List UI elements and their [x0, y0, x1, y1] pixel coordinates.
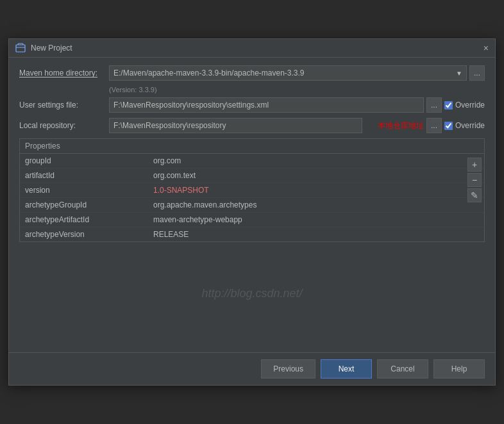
user-settings-input[interactable] [109, 97, 424, 113]
close-button[interactable]: × [483, 44, 489, 53]
local-repo-input[interactable] [109, 118, 362, 133]
prop-value: maven-archetype-webapp [148, 213, 484, 227]
override1-label: Override [455, 101, 485, 110]
override1-wrap: Override [444, 101, 485, 110]
help-button[interactable]: Help [433, 359, 485, 379]
prop-key: archetypeGroupId [20, 198, 148, 212]
prop-key: artifactId [20, 168, 148, 183]
maven-home-browse-button[interactable]: ... [469, 65, 485, 81]
table-row[interactable]: groupId org.com [20, 154, 484, 168]
watermark-text: http://blog.csdn.net/ [201, 287, 302, 300]
user-settings-input-wrapper: ... Override [109, 97, 485, 113]
properties-table: groupId org.com artifactId org.com.text … [20, 154, 484, 241]
maven-home-dropdown[interactable]: E:/Maven/apache-maven-3.3.9-bin/apache-m… [109, 65, 467, 81]
local-repo-browse-button[interactable]: ... [426, 118, 442, 133]
cancel-button[interactable]: Cancel [377, 359, 428, 379]
edit-property-button[interactable]: ✎ [467, 188, 482, 202]
properties-title: Properties [20, 139, 484, 154]
prop-value: org.com [148, 154, 484, 168]
title-bar: New Project × [9, 39, 495, 58]
local-repo-label: Local repository: [19, 121, 109, 130]
remove-property-button[interactable]: − [467, 173, 482, 187]
table-row[interactable]: artifactId org.com.text [20, 168, 484, 183]
local-repo-annotation: 本地仓库地址 [378, 120, 424, 131]
chevron-down-icon: ▼ [456, 70, 462, 77]
table-row[interactable]: archetypeGroupId org.apache.maven.archet… [20, 198, 484, 213]
prop-key: version [20, 183, 148, 197]
version-note: (Version: 3.3.9) [109, 86, 485, 94]
side-actions: + − ✎ [467, 158, 482, 202]
dialog-footer: Previous Next Cancel Help [9, 352, 495, 385]
user-settings-browse-button[interactable]: ... [426, 97, 442, 113]
maven-home-label: Maven home directory: [19, 69, 109, 77]
watermark-area: http://blog.csdn.net/ [19, 242, 485, 345]
prop-value: org.com.text [148, 168, 484, 183]
previous-button[interactable]: Previous [261, 359, 315, 379]
properties-section: Properties groupId org.com artifactId or… [19, 138, 485, 242]
override2-checkbox[interactable] [444, 122, 453, 130]
maven-home-row: Maven home directory: E:/Maven/apache-ma… [19, 65, 485, 81]
window-title: New Project [31, 44, 72, 53]
prop-key: archetypeVersion [20, 227, 148, 241]
override2-label: Override [455, 121, 485, 130]
properties-wrapper: groupId org.com artifactId org.com.text … [20, 154, 484, 241]
table-row[interactable]: version 1.0-SNAPSHOT [20, 183, 484, 198]
new-project-dialog: New Project × Maven home directory: E:/M… [8, 38, 496, 386]
table-row[interactable]: archetypeVersion RELEASE [20, 227, 484, 241]
user-settings-label: User settings file: [19, 101, 109, 110]
prop-key: archetypeArtifactId [20, 213, 148, 227]
maven-home-input-wrapper: E:/Maven/apache-maven-3.3.9-bin/apache-m… [109, 65, 485, 81]
table-row[interactable]: archetypeArtifactId maven-archetype-weba… [20, 213, 484, 227]
dialog-body: Maven home directory: E:/Maven/apache-ma… [9, 58, 495, 352]
override1-checkbox[interactable] [444, 101, 453, 110]
next-button[interactable]: Next [321, 359, 372, 379]
add-property-button[interactable]: + [467, 158, 482, 172]
prop-value: 1.0-SNAPSHOT [148, 183, 484, 197]
override2-wrap: Override [444, 121, 485, 130]
prop-value: org.apache.maven.archetypes [148, 198, 484, 212]
prop-key: groupId [20, 154, 148, 168]
user-settings-row: User settings file: ... Override [19, 97, 485, 113]
svg-rect-0 [16, 45, 25, 52]
local-repo-input-wrapper: 本地仓库地址 ... Override [109, 118, 485, 133]
project-icon [15, 43, 26, 53]
prop-value: RELEASE [148, 227, 484, 241]
title-bar-left: New Project [15, 43, 72, 53]
local-repo-row: Local repository: 本地仓库地址 ... Override [19, 118, 485, 133]
